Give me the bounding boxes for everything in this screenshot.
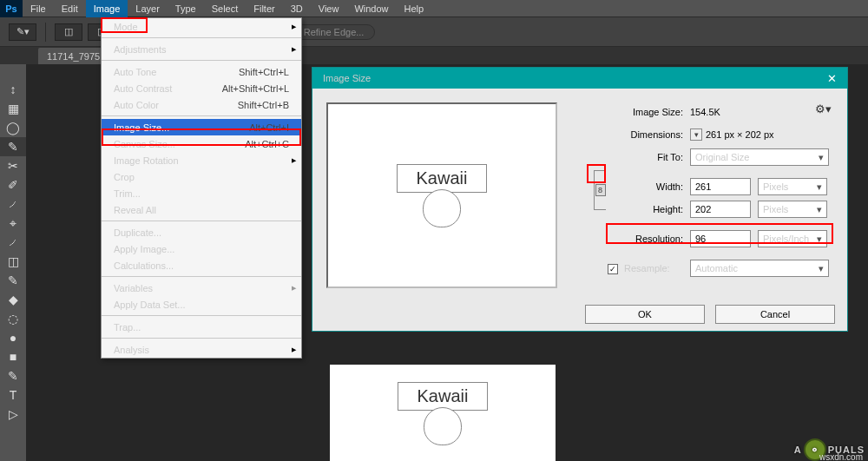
preview-character <box>423 189 461 227</box>
resolution-unit-select[interactable]: Pixels/Inch <box>758 230 827 247</box>
refine-edge-button[interactable]: Refine Edge... <box>293 24 376 40</box>
menu-item-shortcut: Shift+Ctrl+L <box>239 67 289 77</box>
preview-image: Kawaii <box>397 164 488 227</box>
width-label: Width: <box>573 181 690 192</box>
ok-button[interactable]: OK <box>585 305 705 324</box>
resample-row: ✓ Resample: <box>573 263 690 274</box>
fields: Image Size: 154.5K Dimensions: ▾ 261 px … <box>573 101 835 280</box>
watermark-domain: wsxdn.com <box>819 452 863 461</box>
tool-healing[interactable]: ⟋ <box>0 194 26 214</box>
tool-path[interactable]: ▷ <box>0 405 26 424</box>
menu-item-adjustments[interactable]: Adjustments <box>102 41 301 57</box>
tool-dodge[interactable]: ● <box>0 328 26 347</box>
link-icon: 8 <box>595 184 606 196</box>
menu-item-trap-: Trap... <box>102 319 301 335</box>
tool-crop[interactable]: ✂ <box>0 156 26 175</box>
menu-item-label: Canvas Size... <box>114 139 175 149</box>
menu-view[interactable]: View <box>311 0 347 17</box>
menu-item-duplicate-[interactable]: Duplicate... <box>102 224 301 240</box>
dimensions-unit-icon[interactable]: ▾ <box>690 128 702 141</box>
tool-stamp[interactable]: ⟋ <box>0 233 26 252</box>
tool-eraser[interactable]: ✎ <box>0 271 26 290</box>
tools-panel: ↕ ▦ ◯ ✎ ✂ ✐ ⟋ ⌖ ⟋ ◫ ✎ ◆ ◌ ● ■ ✎ T ▷ <box>0 64 26 424</box>
tool-gradient[interactable]: ◆ <box>0 290 26 309</box>
tool-pen[interactable]: ■ <box>0 347 26 366</box>
resample-select[interactable]: Automatic <box>690 260 829 277</box>
menu-item-label: Reveal All <box>114 205 156 215</box>
tool-lasso[interactable]: ◯ <box>0 118 26 137</box>
dialog-titlebar[interactable]: Image Size <box>312 68 847 89</box>
tool-pen2[interactable]: ✎ <box>0 366 26 385</box>
dimensions-value: 261 px × 202 px <box>706 129 774 140</box>
tool-marquee[interactable]: ▦ <box>0 99 26 118</box>
menu-item-auto-color[interactable]: Auto ColorShift+Ctrl+B <box>102 96 301 113</box>
width-unit-select[interactable]: Pixels <box>758 178 827 195</box>
menu-image[interactable]: Image <box>86 0 128 17</box>
dimensions-label: Dimensions: <box>573 129 690 140</box>
menu-item-trim-[interactable]: Trim... <box>102 185 301 201</box>
cancel-button[interactable]: Cancel <box>715 305 835 324</box>
image-size-label: Image Size: <box>573 107 690 117</box>
menu-item-mode[interactable]: Mode <box>102 18 301 35</box>
menu-item-label: Trap... <box>114 322 141 333</box>
tool-type[interactable]: T <box>0 385 26 405</box>
menu-separator <box>102 115 301 116</box>
canvas-image-content: Kawaii <box>398 382 489 445</box>
menu-item-analysis[interactable]: Analysis <box>102 341 301 358</box>
menu-separator <box>102 276 301 277</box>
menu-help[interactable]: Help <box>397 0 432 17</box>
tool-quick-select[interactable]: ✎ <box>0 137 26 156</box>
menu-item-auto-tone[interactable]: Auto ToneShift+Ctrl+L <box>102 63 301 80</box>
menu-type[interactable]: Type <box>168 0 204 17</box>
menu-file[interactable]: File <box>23 0 54 17</box>
menu-item-calculations-[interactable]: Calculations... <box>102 257 301 273</box>
menu-layer[interactable]: Layer <box>128 0 168 17</box>
menu-separator <box>102 37 301 38</box>
menu-select[interactable]: Select <box>204 0 247 17</box>
menu-3d[interactable]: 3D <box>283 0 311 17</box>
image-size-dialog: Image Size ✕ Kawaii ⚙▾ Image Size: 154.5… <box>312 67 848 332</box>
dialog-body: Kawaii ⚙▾ Image Size: 154.5K Dimensions:… <box>312 89 847 331</box>
tool-move[interactable]: ↕ <box>0 80 26 99</box>
tool-blur[interactable]: ◌ <box>0 309 26 328</box>
canvas-image: Kawaii <box>330 365 556 461</box>
menu-item-label: Calculations... <box>114 260 174 271</box>
menu-item-canvas-size-[interactable]: Canvas Size...Alt+Ctrl+C <box>102 135 301 152</box>
dialog-close-button[interactable]: ✕ <box>816 68 847 89</box>
menu-window[interactable]: Window <box>346 0 396 17</box>
option-icon-1[interactable]: ◫ <box>55 23 82 41</box>
menu-item-label: Adjustments <box>114 44 167 55</box>
menu-separator <box>102 338 301 339</box>
menu-item-label: Trim... <box>114 188 141 199</box>
image-size-value: 154.5K <box>690 107 720 117</box>
menu-item-label: Variables <box>114 283 153 293</box>
resolution-input[interactable] <box>690 230 751 247</box>
fit-to-select[interactable]: Original Size <box>690 148 829 166</box>
image-preview: Kawaii <box>326 102 557 288</box>
dialog-buttons: OK Cancel <box>573 305 835 324</box>
resample-checkbox[interactable]: ✓ <box>608 264 618 274</box>
height-unit-select[interactable]: Pixels <box>758 201 827 218</box>
fit-to-label: Fit To: <box>573 152 690 162</box>
menu-item-auto-contrast[interactable]: Auto ContrastAlt+Shift+Ctrl+L <box>102 80 301 96</box>
menu-item-image-size-[interactable]: Image Size...Alt+Ctrl+I <box>102 119 301 135</box>
tool-eyedropper[interactable]: ✐ <box>0 175 26 194</box>
photoshop-logo: Ps <box>0 0 23 17</box>
menu-item-label: Image Size... <box>114 122 169 133</box>
menu-filter[interactable]: Filter <box>246 0 282 17</box>
menu-edit[interactable]: Edit <box>54 0 86 17</box>
menu-item-label: Apply Data Set... <box>114 300 186 310</box>
menu-item-image-rotation[interactable]: Image Rotation <box>102 152 301 168</box>
image-menu-dropdown: ModeAdjustmentsAuto ToneShift+Ctrl+LAuto… <box>101 17 302 359</box>
height-input[interactable] <box>690 201 751 218</box>
menu-item-label: Image Rotation <box>114 155 179 166</box>
width-input[interactable] <box>690 178 751 195</box>
menu-item-apply-image-[interactable]: Apply Image... <box>102 240 301 257</box>
tool-preset-icon[interactable]: ✎▾ <box>9 23 36 41</box>
menu-item-crop: Crop <box>102 168 301 185</box>
constrain-link[interactable]: 8 <box>594 170 606 210</box>
tool-history-brush[interactable]: ◫ <box>0 252 26 271</box>
menu-item-label: Analysis <box>114 345 149 355</box>
tool-brush[interactable]: ⌖ <box>0 214 26 233</box>
menu-separator <box>102 315 301 316</box>
